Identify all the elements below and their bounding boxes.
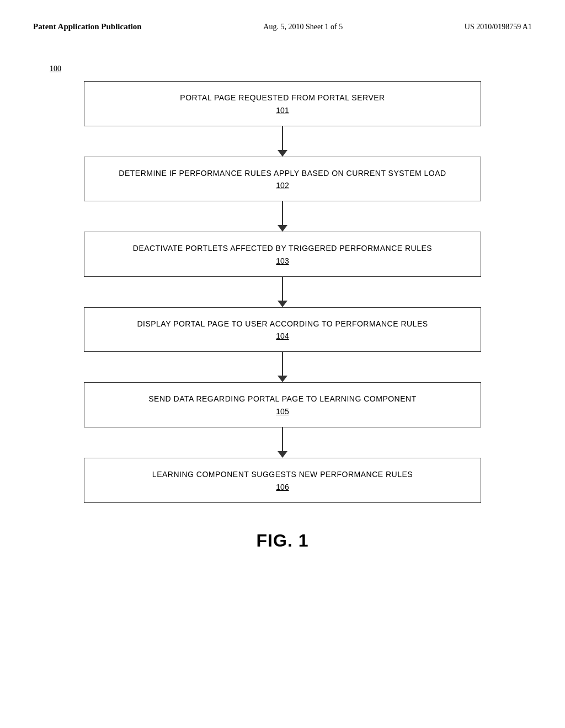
- step-103-text: DEACTIVATE PORTLETS AFFECTED BY TRIGGERE…: [133, 244, 432, 253]
- step-104-number: 104: [93, 331, 472, 340]
- page-container: Patent Application Publication Aug. 5, 2…: [0, 0, 565, 728]
- arrow-line-1: [282, 126, 283, 150]
- header-publication-label: Patent Application Publication: [33, 22, 142, 31]
- arrow-2: [278, 201, 287, 232]
- flow-label: 100: [50, 65, 61, 73]
- arrow-head-4: [278, 376, 287, 382]
- arrow-5: [278, 427, 287, 458]
- arrow-head-1: [278, 150, 287, 157]
- arrow-line-2: [282, 201, 283, 225]
- arrow-4: [278, 352, 287, 382]
- flowchart: PORTAL PAGE REQUESTED FROM PORTAL SERVER…: [73, 81, 492, 503]
- step-106-number: 106: [93, 483, 472, 491]
- step-104-box: DISPLAY PORTAL PAGE TO USER ACCORDING TO…: [84, 307, 481, 352]
- step-101-number: 101: [93, 106, 472, 115]
- arrow-line-3: [282, 277, 283, 301]
- arrow-3: [278, 277, 287, 307]
- step-101-box: PORTAL PAGE REQUESTED FROM PORTAL SERVER…: [84, 81, 481, 126]
- step-102-number: 102: [93, 181, 472, 190]
- arrow-line-5: [282, 427, 283, 451]
- arrow-head-5: [278, 451, 287, 458]
- step-105-text: SEND DATA REGARDING PORTAL PAGE TO LEARN…: [148, 394, 416, 403]
- arrow-line-4: [282, 352, 283, 376]
- step-101-text: PORTAL PAGE REQUESTED FROM PORTAL SERVER: [180, 93, 385, 102]
- step-105-box: SEND DATA REGARDING PORTAL PAGE TO LEARN…: [84, 382, 481, 427]
- arrow-head-2: [278, 225, 287, 232]
- step-106-box: LEARNING COMPONENT SUGGESTS NEW PERFORMA…: [84, 458, 481, 503]
- page-header: Patent Application Publication Aug. 5, 2…: [33, 11, 532, 37]
- header-date-sheet: Aug. 5, 2010 Sheet 1 of 5: [263, 23, 343, 31]
- step-105-number: 105: [93, 407, 472, 416]
- header-patent-number: US 2010/0198759 A1: [465, 23, 532, 31]
- step-104-text: DISPLAY PORTAL PAGE TO USER ACCORDING TO…: [137, 319, 428, 328]
- step-102-box: DETERMINE IF PERFORMANCE RULES APPLY BAS…: [84, 157, 481, 202]
- figure-caption: FIG. 1: [257, 531, 309, 551]
- step-106-text: LEARNING COMPONENT SUGGESTS NEW PERFORMA…: [152, 470, 413, 479]
- diagram-area: 100 PORTAL PAGE REQUESTED FROM PORTAL SE…: [33, 70, 532, 551]
- step-103-box: DEACTIVATE PORTLETS AFFECTED BY TRIGGERE…: [84, 232, 481, 277]
- arrow-1: [278, 126, 287, 157]
- step-102-text: DETERMINE IF PERFORMANCE RULES APPLY BAS…: [119, 169, 446, 178]
- step-103-number: 103: [93, 256, 472, 265]
- arrow-head-3: [278, 301, 287, 307]
